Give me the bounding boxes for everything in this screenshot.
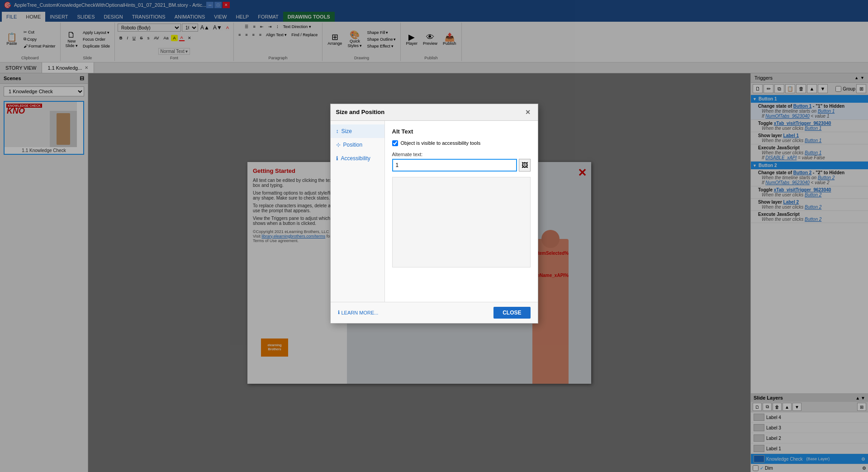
dialog-nav-position[interactable]: ⊹ Position [331,138,384,152]
alternate-text-label: Alternate text: [392,152,531,157]
dialog-nav: ↕ Size ⊹ Position ℹ Accessibility [331,121,385,302]
accessibility-checkbox-row: Object is visible to accessibility tools [392,140,531,146]
dialog-footer: ℹ LEARN MORE... CLOSE [331,302,538,323]
dialog-nav-size[interactable]: ↕ Size [331,124,384,138]
dialog-nav-accessibility[interactable]: ℹ Accessibility [331,152,384,165]
alt-text-title: Alt Text [392,128,531,135]
alternate-text-input-row: 🖼 [392,159,531,172]
dialog-title: Size and Position [336,109,385,115]
alt-text-preview-area [392,177,531,267]
dialog-right-panel: Alt Text Object is visible to accessibil… [385,121,538,302]
alternate-text-input[interactable] [392,159,517,172]
accessibility-checkbox[interactable] [392,140,398,146]
size-and-position-dialog: Size and Position ✕ ↕ Size ⊹ Position ℹ … [330,104,538,324]
learn-more-link[interactable]: ℹ LEARN MORE... [338,310,379,315]
dialog-close-button[interactable]: CLOSE [493,307,530,319]
position-nav-icon: ⊹ [336,142,341,148]
accessibility-label: Object is visible to accessibility tools [401,140,481,146]
dialog-titlebar: Size and Position ✕ [331,104,538,121]
dialog-body: ↕ Size ⊹ Position ℹ Accessibility Alt Te… [331,121,538,302]
dialog-close-btn[interactable]: ✕ [523,108,532,117]
dialog-overlay: Size and Position ✕ ↕ Size ⊹ Position ℹ … [0,0,868,472]
info-icon: ℹ [338,310,340,315]
size-nav-icon: ↕ [336,128,339,134]
accessibility-nav-icon: ℹ [336,155,338,162]
image-picker-btn[interactable]: 🖼 [519,159,530,172]
